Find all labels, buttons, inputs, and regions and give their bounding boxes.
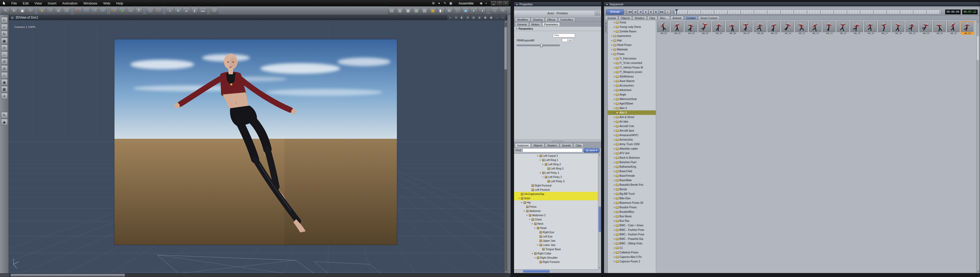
folder-item-bwc-cute-smex[interactable]: ▸BWC - Cute + Smex — [608, 223, 656, 228]
tab-clips[interactable]: Clips — [573, 143, 584, 147]
expand-arrow-icon[interactable]: ▸ — [613, 211, 616, 213]
menu-view[interactable]: View — [32, 0, 45, 6]
pose-thumbnail-ab-03[interactable]: AB_03 — [685, 22, 698, 35]
find-input[interactable] — [522, 148, 582, 152]
expand-arrow-icon[interactable]: ▸ — [613, 206, 616, 209]
go-start-button[interactable]: |◀◀ — [627, 10, 632, 14]
pose-thumbnail-ab-17[interactable]: AB_17 — [878, 22, 891, 35]
pose-thumbnail-image[interactable] — [892, 22, 904, 32]
pose-thumbnail-image[interactable] — [823, 22, 835, 32]
expand-arrow-icon[interactable]: ▸ — [611, 48, 613, 51]
expand-arrow-icon[interactable]: ▸ — [613, 229, 616, 231]
zoom-tool[interactable]: ⊙ — [1, 44, 8, 51]
quad-layout-icon[interactable]: ⊞ — [465, 15, 470, 20]
view-preset-3-icon[interactable]: ▦ — [483, 15, 488, 20]
expand-arrow-icon[interactable]: ▸ — [613, 120, 616, 123]
folder-item-big-bill-truck[interactable]: ▸Big Bill Truck — [608, 192, 656, 196]
expand-toggle-icon[interactable]: ▾ — [534, 227, 536, 229]
folder-item-bwc-fashion-pose[interactable]: ▸BWC - Fashion Pose — [608, 228, 656, 232]
expand-arrow-icon[interactable]: ▸ — [613, 147, 616, 150]
expand-arrow-icon[interactable]: ▸ — [613, 134, 616, 136]
scroll-thumb[interactable] — [11, 274, 125, 277]
expand-arrow-icon[interactable]: ▸ — [613, 184, 616, 186]
folder-item-army-truck-1939[interactable]: ▸Army Truck 1939 — [608, 142, 656, 146]
expand-arrow-icon[interactable]: ▸ — [613, 238, 616, 240]
menu-windows[interactable]: Windows — [80, 0, 100, 6]
eraser-tool[interactable]: ▭ — [127, 7, 134, 14]
camera-tool[interactable]: ◎ — [146, 7, 154, 14]
expand-arrow-icon[interactable]: ▸ — [613, 103, 616, 105]
expand-arrow-icon[interactable]: ▸ — [613, 143, 616, 146]
tree-item-left-eye[interactable]: Left Eye — [514, 234, 598, 239]
expand-toggle-icon[interactable]: ▾ — [536, 155, 539, 157]
tree-item-right-shoulder[interactable]: ▾Right Shoulder — [514, 255, 598, 260]
quad-view-icon[interactable]: ⊞ — [445, 7, 453, 14]
expand-toggle-icon[interactable]: ▾ — [539, 159, 541, 161]
folder-item-aegis[interactable]: ▸Aegis — [608, 92, 656, 97]
tab-shaders[interactable]: Shaders — [632, 16, 646, 20]
tree-item-left-pinky-3[interactable]: Left Pinky 3 — [514, 179, 598, 184]
record-button[interactable]: ● — [665, 10, 670, 14]
orbit-tool[interactable]: ↺ — [1, 59, 8, 65]
step-back-button[interactable]: |◀ — [632, 10, 638, 14]
expand-arrow-icon[interactable]: ▸ — [613, 251, 616, 254]
expand-arrow-icon[interactable]: ▸ — [613, 215, 616, 218]
panel-splitter[interactable] — [514, 139, 601, 143]
single-view-icon[interactable]: □ — [454, 7, 461, 14]
tree-item-hip[interactable]: ▾Hip — [514, 200, 598, 204]
pose-thumbnail-ab-21[interactable]: AB_21 — [933, 22, 946, 35]
split-view-icon[interactable]: ◧ — [437, 7, 445, 14]
folder-item-banshee-flyer[interactable]: ▸Banshee Flyer — [608, 160, 656, 165]
textured-mode-icon[interactable]: ▩ — [429, 7, 436, 14]
folder-item-hair[interactable]: ▸Hair — [608, 38, 656, 43]
sequencer-titlebar[interactable]: ◆ Sequencer — [604, 2, 980, 6]
shear-tool[interactable]: ⇄ — [99, 7, 107, 14]
browser-side-strip[interactable]: Browser — [604, 20, 608, 273]
split-horizontal-icon[interactable]: ⊟ — [453, 15, 458, 20]
expand-arrow-icon[interactable]: ▸ — [613, 57, 616, 60]
folder-item-atv-4x4[interactable]: ▸ATV 4x4 — [608, 151, 656, 155]
folder-item-basicchild[interactable]: ▸BasicChild — [608, 169, 656, 174]
pan-tool[interactable]: ↔ — [1, 51, 8, 58]
pose-thumbnail-image[interactable] — [671, 22, 683, 32]
pose-thumbnail-image[interactable] — [864, 22, 877, 32]
folder-item-air-bike[interactable]: ▸Air bike — [608, 119, 656, 124]
tab-shading[interactable]: Shading — [531, 17, 545, 22]
actor-menu-button[interactable]: ≡ — [595, 11, 600, 15]
universal-manipulator[interactable]: + — [27, 7, 34, 14]
step-forward-button[interactable]: ▶| — [654, 10, 659, 14]
tab-objects[interactable]: Objects — [619, 16, 632, 20]
texture-room-icon[interactable]: ✎ — [442, 1, 448, 5]
animate-button[interactable]: Animate — [606, 9, 624, 14]
pose-thumbnail-ab-05[interactable]: AB_05 — [713, 22, 725, 35]
cube-primitive[interactable]: ■ — [175, 7, 182, 14]
expand-arrow-icon[interactable]: ▸ — [613, 93, 616, 96]
camera-icon[interactable]: ◎ — [1, 65, 8, 72]
expand-arrow-icon[interactable]: ▸ — [613, 152, 616, 154]
folder-item-aircraft-colo[interactable]: ▸Aircraft Colo — [608, 124, 656, 128]
folder-item-expressions[interactable]: ▸expressions — [608, 34, 656, 38]
pose-thumbnail-image[interactable] — [947, 22, 959, 32]
play-button[interactable]: ▶ — [648, 10, 654, 14]
tree-hscrollbar[interactable] — [514, 269, 598, 273]
tree-item-head[interactable]: ▾Head — [514, 226, 598, 230]
folder-item-batharianking[interactable]: ▸BatharianKing — [608, 165, 656, 169]
find-by-dropdown[interactable]: by name ▾ — [584, 148, 600, 153]
folder-item-aave-nainen[interactable]: ▸Aave Nainen — [608, 79, 656, 83]
folder-item-aim-shoot[interactable]: ▸Aim & Shoot — [608, 115, 656, 119]
tree-item-left-pinky-1[interactable]: ▾Left Pinky 1 — [514, 171, 598, 175]
collapse-triangle-icon[interactable]: ▾ — [516, 28, 517, 30]
folder-item-amazarumwvc[interactable]: ▸AmazarumWVC — [608, 133, 656, 138]
pose-thumbnail-ab-14[interactable]: AB_14 — [837, 22, 850, 35]
folder-item-boudoirbliss[interactable]: ▸BoudoirBliss — [608, 210, 656, 214]
parameter-value-field[interactable]: 0.50 — [562, 38, 573, 42]
pose-thumbnail-ab-16[interactable]: AB_16 — [864, 22, 877, 35]
expand-arrow-icon[interactable]: ▸ — [613, 224, 616, 226]
folder-item-beautiful-bends-pos[interactable]: ▸Beautiful Bends Pos — [608, 182, 656, 187]
split-vertical-icon[interactable]: ◧ — [459, 15, 465, 20]
tree-item-left-ring-2[interactable]: ▾Left Ring 2 — [514, 162, 598, 166]
pose-thumbnail-ab-07[interactable]: AB_07 — [740, 22, 753, 35]
folder-item-weapons-poses[interactable]: ▸!!!_Weapons poses — [608, 70, 656, 74]
expand-arrow-icon[interactable]: ▸ — [613, 71, 616, 73]
expand-arrow-icon[interactable]: ▸ — [613, 26, 616, 28]
